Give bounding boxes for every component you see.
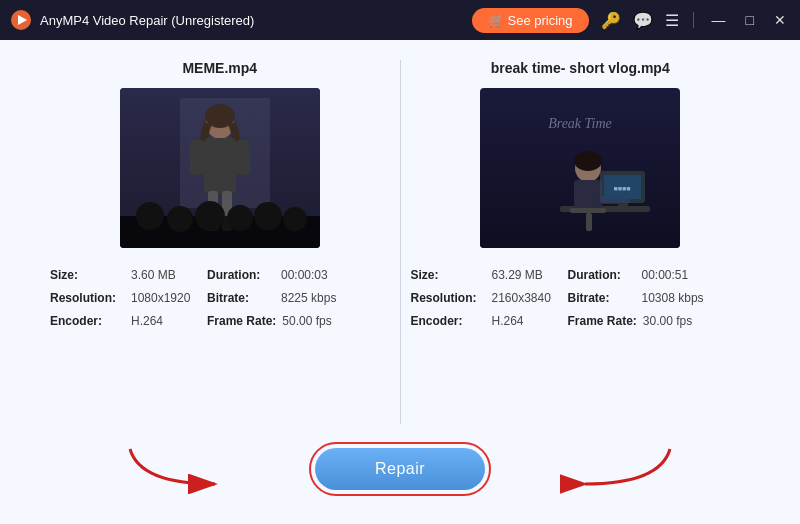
main-content: MEME.mp4 xyxy=(0,40,800,524)
right-bitrate-value: 10308 kbps xyxy=(642,287,704,310)
right-size-label: Size: xyxy=(411,264,486,287)
right-duration-value: 00:00:51 xyxy=(642,264,689,287)
svg-text:Break Time: Break Time xyxy=(548,116,612,131)
left-size-label: Size: xyxy=(50,264,125,287)
svg-point-13 xyxy=(167,206,193,232)
right-size-value: 63.29 MB xyxy=(492,264,562,287)
left-duration-value: 00:00:03 xyxy=(281,264,328,287)
right-size-row: Size: 63.29 MB Duration: 00:00:51 xyxy=(411,264,751,287)
left-panel-title: MEME.mp4 xyxy=(182,60,257,76)
svg-point-15 xyxy=(227,205,253,231)
right-thumbnail-svg: Break Time xyxy=(480,96,680,248)
left-size-row: Size: 3.60 MB Duration: 00:00:03 xyxy=(50,264,390,287)
svg-rect-10 xyxy=(236,140,250,175)
titlebar: AnyMP4 Video Repair (Unregistered) 🛒 See… xyxy=(0,0,800,40)
left-thumbnail-svg xyxy=(120,88,320,248)
left-resolution-value: 1080x1920 xyxy=(131,287,201,310)
left-resolution-row: Resolution: 1080x1920 Bitrate: 8225 kbps xyxy=(50,287,390,310)
maximize-button[interactable]: □ xyxy=(742,12,758,28)
minimize-button[interactable]: — xyxy=(708,12,730,28)
left-video-info: Size: 3.60 MB Duration: 00:00:03 Resolut… xyxy=(50,264,390,332)
left-size-value: 3.60 MB xyxy=(131,264,201,287)
right-bitrate-label: Bitrate: xyxy=(568,287,636,310)
svg-rect-25 xyxy=(574,180,602,210)
right-encoder-value: H.264 xyxy=(492,310,562,333)
repair-button-wrapper: Repair xyxy=(309,442,491,496)
svg-rect-6 xyxy=(204,138,236,193)
app-logo xyxy=(10,9,32,31)
svg-point-17 xyxy=(283,207,307,231)
titlebar-separator xyxy=(693,12,694,28)
right-framerate-label: Frame Rate: xyxy=(568,310,637,333)
close-button[interactable]: ✕ xyxy=(770,12,790,28)
svg-point-12 xyxy=(136,202,164,230)
svg-rect-28 xyxy=(586,213,592,231)
right-resolution-label: Resolution: xyxy=(411,287,486,310)
menu-icon[interactable]: ☰ xyxy=(665,11,679,30)
right-video-info: Size: 63.29 MB Duration: 00:00:51 Resolu… xyxy=(411,264,751,332)
chat-icon[interactable]: 💬 xyxy=(633,11,653,30)
key-icon[interactable]: 🔑 xyxy=(601,11,621,30)
left-framerate-label: Frame Rate: xyxy=(207,310,276,333)
left-video-thumbnail xyxy=(120,88,320,248)
svg-rect-9 xyxy=(190,140,204,175)
right-resolution-row: Resolution: 2160x3840 Bitrate: 10308 kbp… xyxy=(411,287,751,310)
repair-button[interactable]: Repair xyxy=(315,448,485,490)
svg-point-14 xyxy=(195,201,225,231)
left-framerate-value: 50.00 fps xyxy=(282,310,331,333)
svg-point-16 xyxy=(254,202,282,230)
svg-point-24 xyxy=(574,151,602,171)
left-encoder-label: Encoder: xyxy=(50,310,125,333)
left-resolution-label: Resolution: xyxy=(50,287,125,310)
repair-area: Repair xyxy=(40,434,760,504)
left-encoder-value: H.264 xyxy=(131,310,201,333)
right-resolution-value: 2160x3840 xyxy=(492,287,562,310)
see-pricing-button[interactable]: 🛒 See pricing xyxy=(472,8,589,33)
right-encoder-row: Encoder: H.264 Frame Rate: 30.00 fps xyxy=(411,310,751,333)
right-panel-title: break time- short vlog.mp4 xyxy=(491,60,670,76)
right-duration-label: Duration: xyxy=(568,264,636,287)
right-arrow xyxy=(560,439,680,494)
right-video-thumbnail: Break Time xyxy=(480,88,680,248)
svg-text:■■■■: ■■■■ xyxy=(614,185,631,192)
left-bitrate-label: Bitrate: xyxy=(207,287,275,310)
right-encoder-label: Encoder: xyxy=(411,310,486,333)
left-arrow xyxy=(120,439,240,494)
panels-row: MEME.mp4 xyxy=(40,60,760,424)
left-panel: MEME.mp4 xyxy=(40,60,400,424)
left-encoder-row: Encoder: H.264 Frame Rate: 50.00 fps xyxy=(50,310,390,333)
right-framerate-value: 30.00 fps xyxy=(643,310,692,333)
left-bitrate-value: 8225 kbps xyxy=(281,287,336,310)
right-panel: break time- short vlog.mp4 Break Time xyxy=(401,60,761,424)
titlebar-actions: 🛒 See pricing 🔑 💬 ☰ — □ ✕ xyxy=(472,8,790,33)
left-duration-label: Duration: xyxy=(207,264,275,287)
svg-rect-27 xyxy=(570,208,606,213)
app-title: AnyMP4 Video Repair (Unregistered) xyxy=(40,13,472,28)
